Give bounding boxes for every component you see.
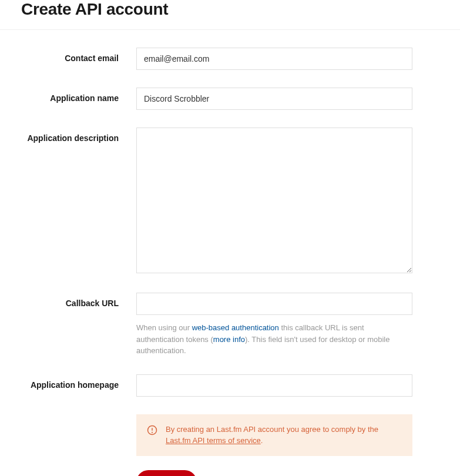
application-description-input[interactable] [136, 128, 412, 273]
application-name-input[interactable] [136, 88, 412, 110]
svg-point-2 [152, 432, 153, 433]
page-title: Create API account [21, 0, 460, 19]
contact-email-input[interactable] [136, 48, 412, 70]
submit-button[interactable]: Submit [136, 470, 197, 477]
terms-notice: By creating an Last.fm API account you a… [136, 414, 412, 456]
terms-of-service-link[interactable]: Last.fm API terms of service [166, 436, 261, 445]
application-homepage-input[interactable] [136, 374, 412, 397]
contact-email-label: Contact email [21, 48, 136, 63]
callback-url-input[interactable] [136, 293, 412, 315]
more-info-link[interactable]: more info [213, 335, 245, 344]
callback-url-label: Callback URL [21, 293, 136, 308]
callback-url-help: When using our web-based authentication … [136, 322, 412, 357]
application-description-label: Application description [21, 128, 136, 143]
warning-icon [147, 425, 157, 435]
api-account-form: Contact email Application name Applicati… [0, 30, 460, 476]
application-name-label: Application name [21, 88, 136, 103]
web-based-auth-link[interactable]: web-based authentication [192, 323, 279, 332]
application-homepage-label: Application homepage [21, 374, 136, 390]
